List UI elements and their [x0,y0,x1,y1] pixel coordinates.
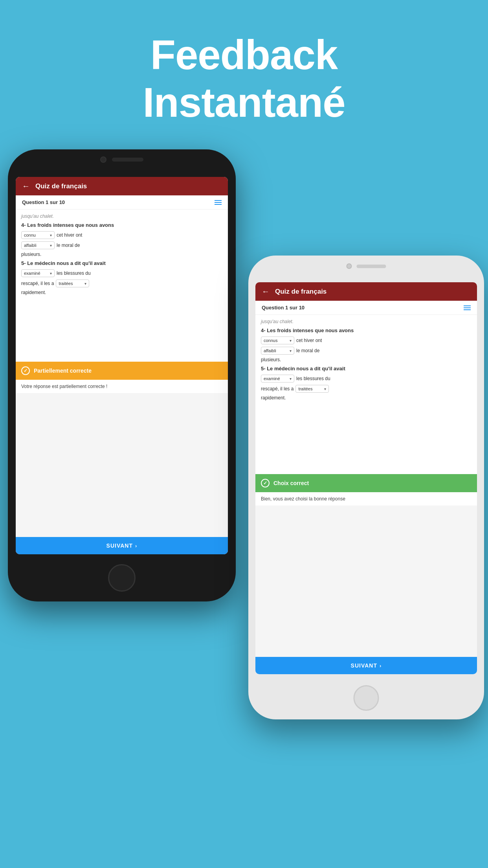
question-label-black: Question 1 sur 10 [22,199,65,205]
chevron-q5-1-black: ▾ [50,271,52,276]
app-content-black: jusqu'au chalet. 4- Les froids intenses … [16,210,228,362]
phone-white-home-button[interactable] [354,685,379,711]
q5-inline1-white: les blessures du [296,376,330,381]
back-arrow-black[interactable]: ← [22,182,30,191]
q5-inline2-white: rescapé, il les a [261,386,294,392]
q4-inline1-black: cet hiver ont [57,232,82,238]
chevron-q4-1-white: ▾ [290,338,292,343]
next-label-white: SUIVANT [351,662,377,669]
q5-inline2-black: rescapé, il les a [21,281,54,286]
app-screen-white: ← Quiz de français Question 1 sur 10 [255,282,477,674]
question5-line2-white: rescapé, il les a traitées ▾ [261,385,471,393]
app-header-white: ← Quiz de français [255,282,477,301]
feedback-banner-white: Choix correct [255,474,477,492]
chevron-q4-2-black: ▾ [50,243,52,248]
phone-white-speaker [357,265,386,268]
chevron-q5-2-black: ▾ [84,281,86,286]
q5-inline3-black: rapidement. [21,290,222,295]
question4-text-white: 4- Les froids intenses que nous avons [261,327,471,333]
dropdown-q5-2-black[interactable]: traitées ▾ [56,280,89,287]
phone-black-speaker [112,158,143,162]
question4-line2-black: affaibli ▾ le moral de [21,241,222,249]
phone-black: ← Quiz de français Question 1 sur 10 [8,149,236,601]
next-arrow-white: › [380,663,382,669]
question4-line1-black: connu ▾ cet hiver ont [21,231,222,239]
question5-line2-black: rescapé, il les a traitées ▾ [21,280,222,287]
hamburger-icon-black[interactable] [215,200,222,205]
partial-text-white: jusqu'au chalet. [261,319,471,324]
chevron-q5-2-white: ▾ [324,387,326,391]
feedback-label-white: Choix correct [273,480,309,486]
question-bar-black: Question 1 sur 10 [16,195,228,210]
app-header-title-black: Quiz de français [35,182,222,190]
question-bar-white: Question 1 sur 10 [255,301,477,315]
page-title: Feedback Instantané [0,0,488,127]
app-content-white: jusqu'au chalet. 4- Les froids intenses … [255,315,477,474]
question5-text-white: 5- Le médecin nous a dit qu'il avait [261,366,471,371]
page-background: Feedback Instantané ← Quiz de français [0,0,488,868]
app-header-black: ← Quiz de français [16,177,228,195]
dropdown-q4-1-white[interactable]: connus ▾ [261,337,294,344]
app-screen-black: ← Quiz de français Question 1 sur 10 [16,177,228,554]
chevron-q4-1-black: ▾ [50,233,52,237]
dropdown-q5-2-white[interactable]: traitées ▾ [295,385,329,393]
next-arrow-black: › [135,543,137,549]
question4-line1-white: connus ▾ cet hiver ont [261,337,471,344]
question5-line1-white: examiné ▾ les blessures du [261,375,471,383]
check-icon-white [261,479,270,487]
phone-white-top-bar [347,263,386,269]
partial-text-black: jusqu'au chalet. [21,213,222,219]
phone-black-screen: ← Quiz de français Question 1 sur 10 [16,177,228,554]
feedback-message-black: Votre réponse est partiellement correcte… [16,380,228,393]
feedback-label-black: Partiellement correcte [34,368,92,374]
phones-wrapper: ← Quiz de français Question 1 sur 10 [0,118,488,865]
q5-inline1-black: les blessures du [57,270,91,276]
dropdown-q4-1-black[interactable]: connu ▾ [21,231,55,239]
question4-text-black: 4- Les froids intenses que nous avons [21,222,222,228]
next-label-black: SUIVANT [106,542,133,549]
chevron-q5-1-white: ▾ [290,377,292,381]
phone-white: ← Quiz de français Question 1 sur 10 [248,256,484,719]
dropdown-q5-1-white[interactable]: examiné ▾ [261,375,294,383]
feedback-banner-black: Partiellement correcte [16,362,228,380]
q4-inline2-black: le moral de [57,243,80,248]
question5-line1-black: examiné ▾ les blessures du [21,269,222,277]
q4-inline1-white: cet hiver ont [296,338,322,343]
q5-inline3-white: rapidement. [261,395,471,401]
dropdown-q4-2-black[interactable]: affaibli ▾ [21,241,55,249]
phone-white-camera [347,263,352,269]
spacer-black [16,393,228,537]
question4-line2-white: affaibli ▾ le moral de [261,347,471,355]
next-button-white[interactable]: SUIVANT › [255,657,477,674]
dropdown-q4-2-white[interactable]: affaibli ▾ [261,347,294,355]
q4-inline2-white: le moral de [296,348,319,353]
q4-inline3-white: plusieurs. [261,357,471,362]
phone-black-camera [100,156,106,163]
app-header-title-white: Quiz de français [275,288,471,296]
phone-white-screen: ← Quiz de français Question 1 sur 10 [255,282,477,674]
spacer-white [255,506,477,657]
phone-black-home-button[interactable] [108,564,136,592]
dropdown-q5-1-black[interactable]: examiné ▾ [21,269,55,277]
check-icon-black [21,366,30,375]
chevron-q4-2-white: ▾ [290,349,292,353]
question5-text-black: 5- Le médecin nous a dit qu'il avait [21,260,222,266]
back-arrow-white[interactable]: ← [262,287,270,296]
hamburger-icon-white[interactable] [464,305,471,310]
next-button-black[interactable]: SUIVANT › [16,537,228,554]
phone-black-top-bar [100,156,143,163]
question-label-white: Question 1 sur 10 [262,305,305,311]
feedback-message-white: Bien, vous avez choisi la bonne réponse [255,492,477,506]
q4-inline3-black: plusieurs. [21,252,222,257]
